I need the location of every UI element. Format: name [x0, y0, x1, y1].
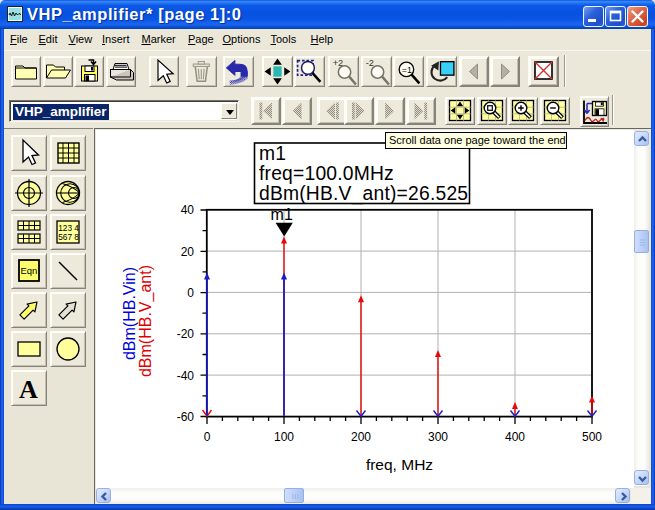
- svg-text:=1: =1: [402, 65, 412, 75]
- svg-text:-2: -2: [365, 58, 373, 68]
- svg-text:0: 0: [187, 286, 194, 300]
- svg-text:200: 200: [351, 430, 371, 444]
- svg-text:-60: -60: [177, 410, 195, 424]
- svg-text:0: 0: [204, 430, 211, 444]
- svg-text:100: 100: [274, 430, 294, 444]
- svg-text:Eqn: Eqn: [20, 265, 37, 276]
- svg-text:freq=100.0MHz: freq=100.0MHz: [259, 163, 394, 184]
- svg-text:-20: -20: [177, 327, 195, 341]
- svg-text:300: 300: [428, 430, 448, 444]
- svg-text:m1: m1: [259, 143, 286, 164]
- svg-text:freq, MHz: freq, MHz: [366, 456, 433, 473]
- svg-text:dBm(HB.V_ant)=26.525: dBm(HB.V_ant)=26.525: [259, 183, 468, 205]
- svg-text:20: 20: [181, 245, 195, 259]
- svg-text:567 8: 567 8: [58, 232, 79, 242]
- svg-text:A: A: [19, 375, 38, 404]
- svg-text:dBm(HB.Vin): dBm(HB.Vin): [121, 267, 138, 360]
- svg-text:m1: m1: [271, 206, 293, 223]
- svg-text:dBm(HB.V_ant): dBm(HB.V_ant): [137, 265, 155, 377]
- svg-text:40: 40: [181, 203, 195, 217]
- svg-text:-40: -40: [177, 369, 195, 383]
- svg-text:400: 400: [505, 430, 525, 444]
- svg-text:500: 500: [582, 430, 602, 444]
